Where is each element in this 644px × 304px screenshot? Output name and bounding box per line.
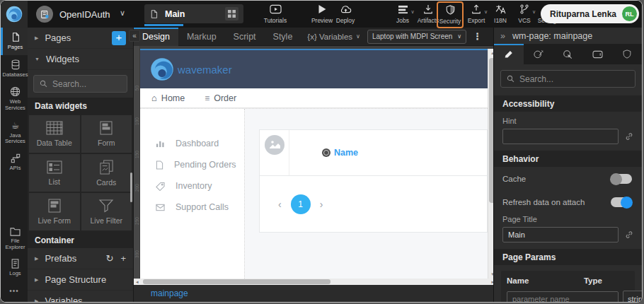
data-table-icon — [46, 121, 63, 135]
tutorials-button[interactable]: Tutorials — [260, 4, 291, 24]
tab-security-settings[interactable] — [612, 44, 642, 64]
rail-item-pages[interactable]: Pages — [1, 28, 28, 55]
device-chevron-icon: ∨ — [457, 33, 461, 40]
vertical-ruler: 50 100 150 200 250 300 350 — [134, 46, 140, 279]
horizontal-scroll-thumb[interactable] — [143, 279, 330, 284]
rail-item-java-services[interactable]: ☕ Java Services — [1, 116, 28, 149]
api-nodes-icon — [11, 153, 21, 163]
scroll-left-arrow[interactable]: ◂ — [136, 279, 139, 285]
nav-item-order[interactable]: ≡ Order — [205, 93, 236, 103]
rail-item-logs[interactable]: Logs — [1, 255, 28, 281]
page-preview-nav: ⌂ Home ≡ Order — [140, 88, 488, 108]
canvas-horizontal-scrollbar[interactable]: ◂ ▸ — [134, 279, 496, 285]
canvas-status-bar: mainpage — [134, 285, 496, 302]
widget-tile-list[interactable]: List — [29, 154, 80, 192]
project-chevron-down-icon[interactable]: ∨ — [120, 8, 125, 18]
hint-input[interactable] — [502, 129, 619, 144]
page-preview-body: Dashboard Pending Orders Inventory — [140, 108, 488, 279]
list-item-image-cell — [260, 130, 289, 175]
menu-item-inventory[interactable]: Inventory — [140, 175, 244, 197]
i18n-translate-icon — [495, 4, 506, 15]
param-type-header: Type — [584, 276, 629, 285]
collapse-left-panel-button[interactable]: « — [129, 30, 140, 42]
pagination-prev-button[interactable]: ‹ — [278, 199, 282, 210]
property-search-input[interactable]: Search... — [500, 70, 636, 88]
wavemaker-logo[interactable] — [1, 1, 28, 28]
rail-item-databases[interactable]: Databases — [1, 55, 28, 83]
menu-item-support-calls[interactable]: Support Calls — [140, 197, 244, 218]
tab-script[interactable]: Script — [225, 28, 265, 46]
variables-dropdown[interactable]: {x} Variables ∨ — [307, 33, 360, 41]
widget-tile-data-table[interactable]: Data Table — [29, 115, 80, 153]
rail-more-button[interactable]: ••• — [1, 281, 28, 302]
variables-chevron-icon: ∨ — [356, 33, 360, 40]
pages-caret-icon: ▶ — [35, 35, 38, 41]
tab-markup[interactable]: Markup — [178, 28, 225, 46]
tab-styles[interactable] — [524, 44, 553, 64]
page-preview[interactable]: wavemaker ⌂ Home ≡ Order — [140, 49, 488, 279]
deploy-button[interactable]: Deploy — [330, 4, 361, 24]
tab-device[interactable] — [582, 44, 612, 64]
widget-search-input[interactable]: Search... — [33, 75, 127, 93]
selected-widget-title: wm-page: mainpage — [512, 31, 592, 41]
live-filter-funnel-icon — [98, 199, 114, 213]
pages-grid-icon[interactable] — [225, 7, 238, 21]
pagination-page-1[interactable]: 1 — [291, 194, 311, 214]
canvas-toolbar: Design Markup Script Style {x} Variables… — [134, 28, 496, 46]
rail-item-apis[interactable]: APIs — [1, 149, 28, 176]
tutorials-icon — [270, 4, 282, 15]
list-item-name-link[interactable]: Name — [289, 148, 358, 158]
tab-design[interactable]: Design — [134, 28, 178, 46]
page-title-input[interactable] — [502, 227, 619, 242]
tab-style[interactable]: Style — [265, 28, 301, 46]
widgets-section-toggle[interactable]: ▼ Widgets — [28, 49, 133, 70]
page-tab-main[interactable]: Main — [144, 4, 243, 23]
left-panel-scrollbar[interactable] — [130, 173, 132, 202]
rail-item-web-services[interactable]: Web Services — [1, 82, 28, 115]
bind-page-title-icon[interactable] — [625, 230, 633, 239]
refresh-label: Refresh data on attach — [502, 198, 585, 206]
variables-section-toggle[interactable]: ▶ Variables — [28, 291, 133, 302]
user-menu[interactable]: Rituparna Lenka RL — [541, 4, 639, 23]
prefabs-section-toggle[interactable]: ▶ Prefabs ↻ + — [28, 248, 133, 269]
canvas-more-menu[interactable]: ⋮ — [473, 31, 482, 42]
menu-item-pending-orders[interactable]: Pending Orders — [140, 154, 244, 175]
security-button[interactable]: Security — [437, 1, 464, 28]
project-icon — [36, 6, 53, 23]
bind-hint-icon[interactable] — [625, 132, 633, 141]
param-name-input[interactable] — [507, 291, 619, 302]
status-page-name[interactable]: mainpage — [151, 288, 188, 298]
prefabs-refresh-icon[interactable]: ↻ — [106, 253, 114, 264]
device-select[interactable]: Laptop with MDPI Screen ∨ — [367, 30, 466, 44]
add-page-button[interactable]: + — [112, 31, 126, 45]
tab-properties[interactable] — [494, 44, 524, 64]
project-selector[interactable]: OpenIDAuth — [36, 6, 110, 23]
widget-tile-live-form[interactable]: Live Form — [29, 193, 80, 230]
page-preview-header[interactable]: wavemaker — [140, 50, 488, 88]
rail-item-file-explorer[interactable]: File Explorer — [1, 223, 28, 255]
list-widget-item[interactable]: Name — [259, 129, 488, 176]
widgets-caret-icon: ▼ — [35, 57, 40, 62]
page-structure-section-toggle[interactable]: ▶ Page Structure — [28, 269, 133, 291]
widget-tile-form[interactable]: Form — [81, 115, 132, 153]
refresh-setting-row: Refresh data on attach — [494, 190, 642, 214]
menu-item-dashboard[interactable]: Dashboard — [140, 133, 244, 154]
refresh-toggle[interactable] — [611, 197, 632, 207]
widget-tile-cards[interactable]: Cards — [81, 154, 132, 192]
pagination-next-button[interactable]: › — [320, 199, 323, 210]
nav-item-home[interactable]: ⌂ Home — [151, 93, 185, 103]
pages-section-toggle[interactable]: ▶ Pages + — [28, 28, 133, 49]
cache-toggle[interactable] — [611, 174, 632, 184]
tab-inspect[interactable] — [553, 44, 583, 64]
device-icon — [592, 50, 603, 59]
properties-tabs — [494, 44, 642, 64]
left-icon-rail: Pages Databases Web Services ☕ Java Serv… — [1, 28, 28, 302]
widget-tile-live-filter[interactable]: Live Filter — [81, 193, 132, 230]
user-avatar: RL — [622, 6, 637, 21]
order-list-icon: ≡ — [205, 93, 209, 103]
security-shield-icon — [446, 4, 455, 16]
prefabs-add-icon[interactable]: + — [120, 253, 126, 264]
param-type-select[interactable]: string ∨ — [623, 291, 642, 302]
dashboard-chart-icon — [156, 139, 165, 148]
expand-panel-icon[interactable]: » — [500, 31, 505, 41]
